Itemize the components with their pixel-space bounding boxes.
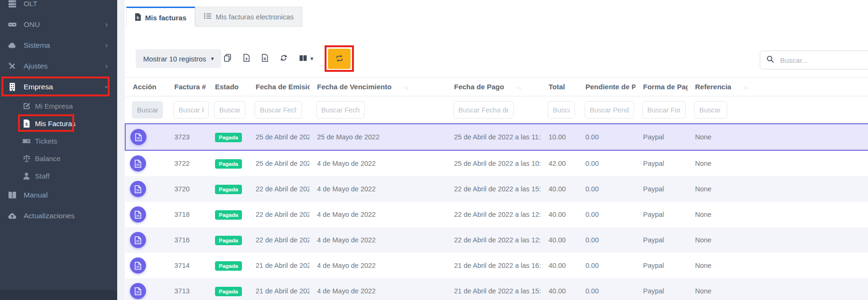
invoice-pdf-button[interactable]	[130, 181, 146, 197]
column-header-pendiente-de-pago[interactable]: Pendiente de Pago↑↓	[578, 77, 636, 96]
cell-factura: 3722	[167, 150, 207, 176]
table-row[interactable]: 3723Pagada25 de Abril de 202225 de Mayo …	[125, 124, 868, 150]
search-icon	[766, 55, 774, 65]
sidebar-item-mis-facturas[interactable]: $Mis Facturas	[0, 115, 117, 132]
column-header-label: Factura #	[174, 83, 206, 91]
column-header-estado[interactable]: Estado↑↓	[207, 77, 248, 96]
filter-input-referencia[interactable]	[694, 101, 727, 119]
table-row[interactable]: 3716Pagada22 de Abril de 20224 de Mayo d…	[125, 227, 868, 253]
column-header-fecha-de-pago[interactable]: Fecha de Pago↑↓	[447, 77, 541, 96]
filter-input-fecha-de-emision[interactable]	[255, 101, 302, 119]
excel-export-button[interactable]: x	[240, 52, 253, 65]
sidebar-item-staff[interactable]: Staff	[0, 167, 117, 185]
cell-accion	[125, 176, 167, 202]
sidebar-item-onu[interactable]: ONU›	[0, 14, 117, 35]
table-row[interactable]: 3720Pagada22 de Abril de 20224 de Mayo d…	[125, 176, 868, 202]
ticket-icon	[22, 137, 31, 145]
cell-factura: 3713	[167, 278, 207, 300]
invoice-pdf-button[interactable]	[130, 257, 146, 274]
columns-visibility-button[interactable]: ▾	[296, 52, 317, 65]
filter-input-estado[interactable]	[214, 101, 245, 119]
tab-mis-facturas[interactable]: $ Mis facturas	[126, 7, 195, 27]
column-header-factura[interactable]: Factura #↑↓	[167, 77, 207, 96]
column-header-fecha-de-vencimiento[interactable]: Fecha de Vencimiento↑↓	[309, 77, 447, 96]
cell-referencia: None	[688, 150, 868, 176]
cell-vencimiento: 4 de Mayo de 2022	[309, 150, 447, 176]
sort-icon[interactable]: ↑↓	[404, 85, 408, 90]
search-input[interactable]	[779, 56, 868, 65]
cell-total: 40.00	[541, 278, 578, 300]
sidebar-item-label: Manual	[24, 191, 48, 199]
cell-vencimiento: 25 de Mayo de 2022	[309, 124, 447, 150]
tools-icon	[7, 61, 18, 71]
sidebar-item-manual[interactable]: Manual	[0, 185, 117, 206]
invoice-pdf-button[interactable]	[130, 155, 146, 171]
sidebar-item-olt[interactable]: OLT	[0, 0, 117, 14]
filter-input-factura[interactable]	[173, 101, 209, 119]
sidebar-nav: OLTONU›Sistema›Ajustes›Empresa›Mi Empres…	[0, 0, 117, 226]
cell-referencia: None	[688, 176, 868, 202]
sort-icon[interactable]: ↑↓	[744, 85, 748, 90]
column-header-forma-de-pago[interactable]: Forma de Pago↑↓	[636, 77, 688, 96]
cell-estado: Pagada	[207, 253, 248, 278]
column-header-total[interactable]: Total↑↓	[541, 77, 578, 96]
cell-emision: 25 de Abril de 2022	[248, 150, 309, 176]
cell-pago: 21 de Abril de 2022 a las 16:06	[447, 253, 541, 278]
cell-pago: 25 de Abril de 2022 a las 10:55	[447, 150, 541, 176]
sort-icon[interactable]: ↑↓	[577, 85, 578, 90]
filter-row	[125, 96, 868, 124]
sidebar-item-tickets[interactable]: Tickets	[0, 132, 117, 150]
sidebar-item-mi-empresa[interactable]: Mi Empresa	[0, 97, 117, 115]
status-badge: Pagada	[215, 133, 242, 142]
cloud-icon	[7, 41, 18, 50]
table-header: Acción↑↓Factura #↑↓Estado↑↓Fecha de Emis…	[125, 77, 868, 124]
invoices-page: { "sidebar": { "items": [ {"label": "OLT…	[0, 0, 868, 300]
filter-input-fecha-de-vencimiento[interactable]	[316, 101, 365, 119]
search-container	[760, 51, 868, 69]
copy-button[interactable]	[220, 52, 235, 65]
table-row[interactable]: 3714Pagada21 de Abril de 20224 de Mayo d…	[125, 253, 868, 278]
sidebar-item-sistema[interactable]: Sistema›	[0, 35, 117, 56]
invoice-pdf-button[interactable]	[130, 129, 146, 145]
invoice-tab-icon: $	[135, 13, 141, 22]
table-row[interactable]: 3713Pagada21 de Abril de 20224 de Mayo d…	[125, 278, 868, 300]
invoice-pdf-button[interactable]	[130, 232, 146, 248]
column-header-referencia[interactable]: Referencia↑↓	[688, 77, 868, 96]
building-icon	[7, 82, 18, 92]
filter-input-forma-de-pago[interactable]	[642, 101, 686, 119]
sidebar-item-actualizaciones[interactable]: Actualizaciones	[0, 206, 117, 226]
cell-factura: 3716	[167, 227, 207, 253]
column-header-fecha-de-emision[interactable]: Fecha de Emisión↑↓	[248, 77, 309, 96]
filter-cell	[207, 96, 248, 124]
repeat-button[interactable]	[328, 49, 351, 69]
filter-input-total[interactable]	[548, 101, 575, 119]
columns-visibility-icon	[299, 54, 307, 63]
invoice-pdf-button[interactable]	[130, 206, 146, 223]
cell-pago: 22 de Abril de 2022 a las 12:22	[447, 202, 541, 227]
filter-input-fecha-de-pago[interactable]	[453, 101, 514, 119]
status-badge: Pagada	[215, 236, 242, 245]
invoice-pdf-button[interactable]	[130, 283, 146, 299]
tab-bar: $ Mis facturas Mis facturas electronicas	[126, 7, 302, 27]
table-row[interactable]: 3718Pagada22 de Abril de 20224 de Mayo d…	[125, 202, 868, 227]
refresh-button[interactable]	[276, 52, 291, 65]
sidebar-item-label: OLT	[24, 0, 37, 8]
column-header-label: Forma de Pago	[643, 83, 688, 91]
sidebar-item-label: ONU	[24, 20, 40, 29]
file-export-button[interactable]	[258, 52, 272, 65]
sidebar-item-ajustes[interactable]: Ajustes›	[0, 56, 117, 77]
show-entries-dropdown[interactable]: Mostrar 10 registros ▾	[136, 49, 221, 68]
column-header-accion[interactable]: Acción↑↓	[125, 77, 167, 96]
cell-forma: Paypal	[636, 253, 688, 278]
sidebar-item-balance[interactable]: Balance	[0, 150, 117, 167]
cell-total: 40.00	[541, 176, 578, 202]
sort-icon[interactable]: ↑↓	[516, 85, 521, 90]
column-header-label: Pendiente de Pago	[585, 83, 636, 91]
sidebar-item-empresa[interactable]: Empresa›	[0, 77, 117, 97]
cell-forma: Paypal	[636, 150, 688, 176]
cell-accion	[125, 124, 167, 150]
filter-input-pendiente-de-pago[interactable]	[584, 101, 634, 119]
table-row[interactable]: 3722Pagada25 de Abril de 20224 de Mayo d…	[125, 150, 868, 176]
tab-mis-facturas-electronicas[interactable]: Mis facturas electronicas	[195, 7, 302, 27]
cell-factura: 3723	[167, 124, 207, 150]
